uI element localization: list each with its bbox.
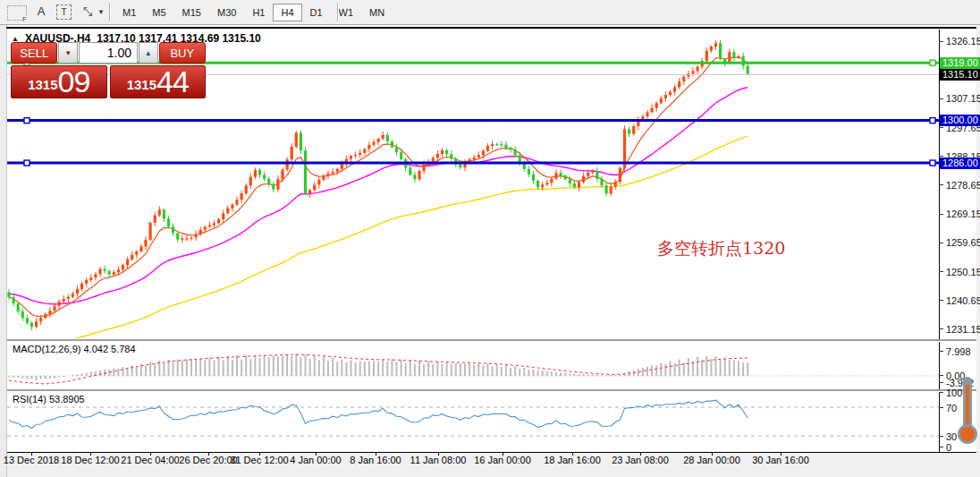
time-tick: 30 Jan 16:00 [752, 455, 809, 465]
one-click-trade-panel: SELL ▼ 1.00 ▲ BUY 131509 131544 [11, 42, 206, 98]
chart-text-annotation[interactable]: 多空转折点1320 [657, 237, 785, 260]
tf-button-w1[interactable]: W1 [331, 4, 362, 21]
volume-input[interactable]: 1.00 [79, 42, 138, 64]
time-axis-line [7, 452, 976, 453]
tf-button-mn[interactable]: MN [361, 4, 393, 21]
rsi-scale-tick: 70 [946, 403, 957, 413]
price-badge-1286.00: 1286.00 [940, 158, 980, 169]
window-left-edge [0, 25, 7, 477]
price-tick: 1278.65 [946, 180, 980, 191]
tf-button-h4[interactable]: H4 [273, 4, 301, 21]
sell-price-display[interactable]: 131509 [11, 65, 107, 98]
time-tick: 26 Dec 20:00 [179, 455, 237, 465]
line-handle[interactable] [24, 118, 30, 124]
time-tick: 21 Dec 04:00 [121, 455, 179, 465]
grid-pattern-f-icon[interactable]: F [7, 5, 27, 21]
volume-down-button[interactable]: ▼ [58, 42, 78, 64]
price-tick: 1307.15 [946, 93, 980, 104]
sell-button[interactable]: SELL [11, 42, 57, 64]
time-tick: 13 Dec 2018 [4, 455, 59, 465]
time-tick: 18 Dec 12:00 [61, 455, 119, 465]
macd-scale-tick: 7.998 [946, 346, 971, 357]
toolbar-separator [337, 3, 338, 21]
panel-separator-macd[interactable] [7, 339, 976, 341]
price-badge-1319.00: 1319.00 [940, 57, 980, 69]
time-tick: 23 Jan 08:00 [612, 455, 669, 465]
text-label-icon[interactable]: A [34, 4, 48, 20]
tf-button-m1[interactable]: M1 [114, 4, 144, 21]
price-tick: 1326.15 [946, 36, 980, 47]
price-tick: 1250.15 [946, 267, 980, 277]
chart-frame-top [6, 27, 976, 29]
rsi-label: RSI(14) 53.8905 [13, 394, 85, 405]
time-tick: 16 Jan 00:00 [474, 455, 531, 465]
macd-panel[interactable] [7, 341, 939, 388]
cycle-arrows-icon[interactable]: ⤡ [80, 4, 95, 20]
sell-price-small: 1315 [28, 73, 57, 97]
time-tick: 31 Dec 12:00 [230, 455, 288, 465]
buy-price-big: 44 [156, 66, 189, 97]
timeframe-group: M1M5M15M30H1H4D1W1MN [114, 2, 393, 22]
time-tick: 8 Jan 16:00 [350, 455, 401, 465]
tf-button-m5[interactable]: M5 [144, 4, 173, 21]
dropdown-caret-icon[interactable]: ▾ [97, 4, 106, 20]
panel-separator-rsi[interactable] [7, 389, 976, 391]
time-tick: 18 Jan 16:00 [544, 455, 601, 465]
price-badge-1315.10: 1315.10 [940, 69, 980, 81]
line-handle[interactable] [930, 118, 935, 124]
time-tick: 11 Jan 08:00 [410, 455, 467, 465]
tf-button-m15[interactable]: M15 [174, 4, 209, 21]
buy-price-small: 1315 [127, 73, 156, 97]
tf-button-h1[interactable]: H1 [244, 4, 273, 21]
line-handle[interactable] [930, 60, 935, 65]
price-tick: 1259.65 [946, 237, 980, 248]
price-tick: 1269.15 [946, 209, 980, 219]
line-handle[interactable] [930, 160, 935, 166]
buy-price-display[interactable]: 131544 [110, 65, 207, 98]
rsi-line [9, 400, 748, 428]
price-badge-1300.00: 1300.00 [940, 115, 980, 126]
rsi-panel[interactable] [7, 391, 939, 450]
sell-price-big: 09 [58, 66, 90, 97]
toolbar: F A T ⤡ ▾ M1M5M15M30H1H4D1W1MN [0, 0, 980, 25]
volume-up-button[interactable]: ▲ [139, 42, 158, 64]
price-tick: 1231.15 [946, 324, 980, 335]
text-box-icon[interactable]: T [56, 4, 72, 20]
rsi-scale-tick: 0 [946, 442, 951, 453]
macd-label: MACD(12,26,9) 4.042 5.784 [13, 344, 136, 354]
line-handle[interactable] [24, 160, 30, 166]
rsi-scale-tick: 30 [946, 431, 957, 442]
tf-button-d1[interactable]: D1 [302, 4, 331, 21]
moving-averages [9, 57, 748, 338]
toolbar-separator [109, 3, 110, 21]
time-tick: 4 Jan 00:00 [290, 455, 342, 465]
tf-button-m30[interactable]: M30 [209, 4, 244, 21]
thermometer-icon [957, 377, 978, 445]
time-tick: 28 Jan 00:00 [683, 455, 740, 465]
price-tick: 1240.65 [946, 295, 980, 306]
buy-button[interactable]: BUY [159, 42, 206, 64]
